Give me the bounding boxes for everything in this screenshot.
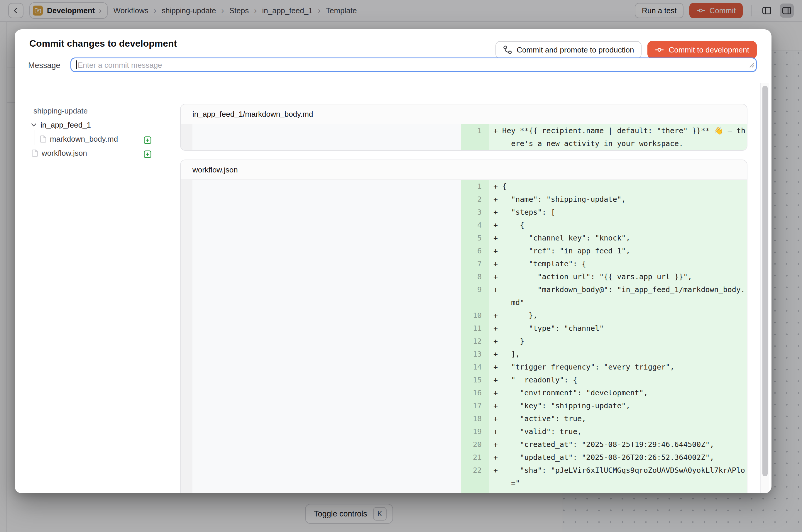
commit-icon (655, 47, 664, 53)
diff-old-gutter (181, 348, 192, 361)
diff-row: 1+ Hey **{{ recipient.name | default: "t… (181, 125, 747, 150)
commit-promote-label: Commit and promote to production (517, 45, 634, 55)
diff-line-number: 9 (461, 283, 489, 309)
tree-connector-line (35, 130, 35, 145)
modal-scrollbar-track[interactable] (760, 83, 769, 493)
diff-line-text: + "active": true, (489, 412, 747, 425)
diff-old-gutter (181, 438, 192, 451)
branch-promote-icon (503, 45, 512, 54)
diff-old-side (192, 386, 461, 399)
diff-row: 4+ { (181, 219, 747, 232)
diff-row: 11+ "type": "channel" (181, 322, 747, 335)
diff-row: 12+ } (181, 335, 747, 348)
diff-old-gutter (181, 219, 192, 232)
diff-old-side (192, 206, 461, 219)
file-icon (32, 149, 38, 157)
diff-row: 14+ "trigger_frequency": "every_trigger"… (181, 361, 747, 374)
diff-row: 5+ "channel_key": "knock", (181, 232, 747, 245)
diff-lines: 1+ {2+ "name": "shipping-update",3+ "ste… (181, 180, 747, 493)
tree-file-markdown-body[interactable]: markdown_body.md (40, 132, 118, 146)
diff-line-text: + ], (489, 348, 747, 361)
diff-old-side (192, 399, 461, 412)
diff-panel-markdown-body: in_app_feed_1/markdown_body.md 1+ Hey **… (180, 104, 747, 151)
diff-old-gutter (181, 464, 192, 490)
file-icon (40, 135, 46, 143)
diff-added-plus-icon[interactable] (144, 150, 151, 157)
diff-line-text: + "created_at": "2025-08-25T19:29:46.644… (489, 438, 747, 451)
diff-old-gutter (181, 309, 192, 322)
diff-line-number: 10 (461, 309, 489, 322)
diff-line-number: 7 (461, 258, 489, 270)
diff-line-text: + "name": "shipping-update", (489, 193, 747, 206)
diff-old-gutter (181, 361, 192, 374)
diff-row: 20+ "created_at": "2025-08-25T19:29:46.6… (181, 438, 747, 451)
diff-line-number: 1 (461, 180, 489, 193)
diff-line-number: 20 (461, 438, 489, 451)
diff-row: 10+ }, (181, 309, 747, 322)
diff-old-side (192, 258, 461, 270)
tree-root-text: shipping-update (34, 107, 88, 116)
diff-added-plus-icon[interactable] (144, 135, 151, 143)
diff-old-gutter (181, 258, 192, 270)
commit-to-development-label: Commit to development (669, 45, 749, 55)
diff-line-text: + "type": "channel" (489, 322, 747, 335)
tree-folder-in-app-feed-1[interactable]: in_app_feed_1 (31, 118, 91, 132)
diff-old-side (192, 335, 461, 348)
tree-file-workflow-json[interactable]: workflow.json (32, 146, 87, 160)
diff-row: 23+ } (181, 490, 747, 493)
diff-old-side (192, 348, 461, 361)
diff-line-text: + "ref": "in_app_feed_1", (489, 245, 747, 258)
diff-old-side (192, 309, 461, 322)
commit-to-development-button[interactable]: Commit to development (648, 41, 757, 59)
diff-line-number: 1 (461, 125, 489, 150)
diff-line-text: + "action_url": "{{ vars.app_url }}", (489, 270, 747, 283)
diff-old-side (192, 283, 461, 309)
diff-line-number: 2 (461, 193, 489, 206)
diff-line-number: 15 (461, 374, 489, 386)
diff-row: 16+ "environment": "development", (181, 386, 747, 399)
diff-old-side (192, 193, 461, 206)
diff-line-text: + } (489, 490, 747, 493)
diff-panel-workflow-json: workflow.json 1+ {2+ "name": "shipping-u… (180, 159, 747, 493)
diff-row: 2+ "name": "shipping-update", (181, 193, 747, 206)
diff-old-gutter (181, 125, 192, 150)
diff-old-gutter (181, 335, 192, 348)
diff-row: 13+ ], (181, 348, 747, 361)
diff-old-gutter (181, 451, 192, 464)
diff-old-gutter (181, 425, 192, 438)
diff-row: 9+ "markdown_body@": "in_app_feed_1/mark… (181, 283, 747, 309)
diff-row: 19+ "valid": true, (181, 425, 747, 438)
diff-line-text: + } (489, 335, 747, 348)
diff-line-number: 16 (461, 386, 489, 399)
commit-message-input[interactable] (70, 57, 757, 72)
diff-old-gutter (181, 206, 192, 219)
diff-line-number: 6 (461, 245, 489, 258)
chevron-down-icon (31, 122, 37, 128)
diff-old-side (192, 232, 461, 245)
text-caret (76, 60, 77, 69)
modal-scrollbar-thumb[interactable] (762, 86, 768, 476)
diff-line-number: 5 (461, 232, 489, 245)
diff-line-number: 12 (461, 335, 489, 348)
diff-old-side (192, 361, 461, 374)
diff-old-gutter (181, 399, 192, 412)
diff-line-text: + "trigger_frequency": "every_trigger", (489, 361, 747, 374)
modal-header-divider (15, 83, 771, 83)
diff-old-side (192, 425, 461, 438)
tree-file-label: markdown_body.md (50, 135, 118, 144)
diff-old-side (192, 374, 461, 386)
diff-old-gutter (181, 193, 192, 206)
diff-line-text: + { (489, 219, 747, 232)
diff-row: 3+ "steps": [ (181, 206, 747, 219)
commit-promote-button[interactable]: Commit and promote to production (496, 41, 641, 59)
diff-old-gutter (181, 270, 192, 283)
diff-old-gutter (181, 412, 192, 425)
diff-line-text: + "updated_at": "2025-08-26T20:26:52.364… (489, 451, 747, 464)
diff-old-gutter (181, 245, 192, 258)
diff-row: 6+ "ref": "in_app_feed_1", (181, 245, 747, 258)
tree-folder-label: in_app_feed_1 (40, 120, 91, 130)
diff-row: 17+ "key": "shipping-update", (181, 399, 747, 412)
diff-panel-title: in_app_feed_1/markdown_body.md (181, 104, 747, 125)
diff-old-side (192, 125, 461, 150)
diff-line-number: 17 (461, 399, 489, 412)
